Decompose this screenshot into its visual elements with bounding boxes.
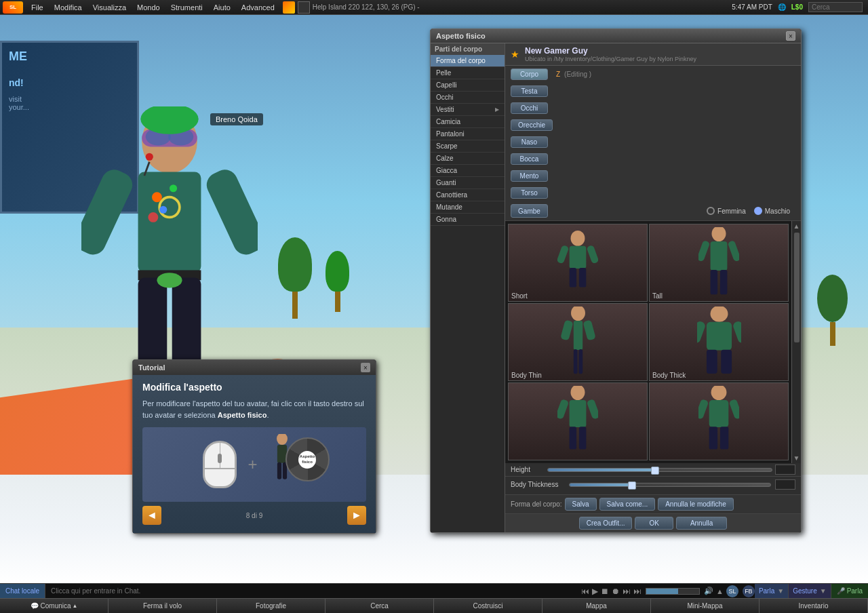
menu-advanced[interactable]: Advanced <box>236 2 280 13</box>
parla-btn-label[interactable]: Parla <box>847 587 863 595</box>
svg-point-15 <box>159 206 167 214</box>
music-play-icon[interactable]: ▶ <box>592 587 598 596</box>
cat-pelle[interactable]: Pelle <box>431 67 505 79</box>
music-controls: ⏮ ▶ ⏹ ⏺ ⏭ ⏭ <box>581 587 642 596</box>
svg-rect-57 <box>729 399 739 420</box>
tutorial-prev-button[interactable]: ◄ <box>142 506 161 525</box>
scroll-down-arrow[interactable]: ▼ <box>792 453 802 463</box>
comunica-arrow[interactable]: ▲ <box>73 603 78 609</box>
music-end-icon[interactable]: ⏭ <box>633 587 642 596</box>
annulla-button[interactable]: Annulla <box>676 517 727 530</box>
nav-inventario[interactable]: Inventario <box>760 598 868 613</box>
radio-maschio[interactable]: Maschio <box>754 207 790 215</box>
cat-pantaloni[interactable]: Pantaloni <box>431 128 505 140</box>
volume-icon[interactable]: 🔊 <box>704 587 713 595</box>
cat-camicia[interactable]: Camicia <box>431 116 505 128</box>
parla-dropdown[interactable]: ▼ <box>777 587 784 595</box>
btn-torso[interactable]: Torso <box>511 187 548 199</box>
chat-input[interactable] <box>45 587 581 595</box>
tutorial-next-button[interactable]: ► <box>347 506 366 525</box>
tutorial-avatar: Aspetto fisico <box>269 434 306 495</box>
costruisci-label: Costruisci <box>473 602 503 610</box>
panel-close-button[interactable]: × <box>786 31 795 41</box>
menu-strumenti[interactable]: Strumenti <box>165 2 208 13</box>
menu-visualizza[interactable]: Visualizza <box>87 2 132 13</box>
svg-rect-7 <box>81 165 136 258</box>
btn-testa[interactable]: Testa <box>511 85 548 97</box>
btn-mento[interactable]: Mento <box>511 170 548 182</box>
annulla-modifiche-button[interactable]: Annulla le modifiche <box>658 498 734 511</box>
avatar-info-bar: ★ New Gamer Guy Ubicato in /My Inventory… <box>505 43 801 66</box>
cat-scarpe[interactable]: Scarpe <box>431 140 505 153</box>
parla-btn[interactable]: 🎤 <box>837 587 845 595</box>
nav-ferma-volo[interactable]: Ferma il volo <box>108 598 217 613</box>
social-icon-1[interactable]: SL <box>726 585 738 597</box>
nav-fotografie[interactable]: Fotografie <box>217 598 326 613</box>
btn-naso[interactable]: Naso <box>511 136 548 148</box>
height-value[interactable]: 48 <box>775 464 795 475</box>
tree-2 <box>326 251 349 312</box>
salva-button[interactable]: Salva <box>565 498 597 511</box>
scroll-thumb[interactable] <box>794 233 800 342</box>
preview-scrollbar[interactable]: ▲ ▼ <box>791 221 801 463</box>
cerca-label: Cerca <box>370 602 389 610</box>
svg-rect-40 <box>706 322 731 351</box>
height-row: Height 48 <box>505 463 801 476</box>
crea-outfit-button[interactable]: Crea Outfit... <box>579 517 633 530</box>
mini-mappa-label: Mini-Mappa <box>687 602 722 610</box>
cat-calze[interactable]: Calze <box>431 153 505 165</box>
menu-mondo[interactable]: Mondo <box>132 2 165 13</box>
preview-body-thin: Body Thin <box>508 303 648 381</box>
btn-occhi[interactable]: Occhi <box>511 102 548 114</box>
svg-rect-53 <box>709 400 729 427</box>
body-thin-label: Body Thin <box>511 372 542 379</box>
social-icon-2[interactable]: FB <box>743 585 755 597</box>
music-stop-icon[interactable]: ⏹ <box>601 587 609 596</box>
tutorial-heading: Modifica l'aspetto <box>142 382 366 393</box>
fotografie-label: Fotografie <box>256 602 286 610</box>
music-prev-icon[interactable]: ⏮ <box>581 587 589 596</box>
femmina-circle <box>707 207 715 215</box>
social-icons: SL FB <box>726 585 755 597</box>
cat-guanti[interactable]: Guanti <box>431 177 505 189</box>
body-buttons-row7: Mento <box>505 167 801 184</box>
cat-mutande[interactable]: Mutande <box>431 201 505 214</box>
cat-canottiera[interactable]: Canottiera <box>431 189 505 201</box>
search-input[interactable] <box>808 2 863 12</box>
btn-gambe[interactable]: Gambe <box>511 204 548 218</box>
location-text: Help Island 220 122, 130, 26 (PG) - <box>313 3 420 11</box>
menu-aiuto[interactable]: Aiuto <box>208 2 236 13</box>
salva-come-button[interactable]: Salva come... <box>599 498 656 511</box>
cat-occhi[interactable]: Occhi <box>431 92 505 104</box>
nav-comunica[interactable]: 💬 Comunica ▲ <box>0 598 108 613</box>
btn-orecchie[interactable]: Orecchie <box>511 119 553 131</box>
svg-point-25 <box>712 227 726 241</box>
cat-giacca[interactable]: Giacca <box>431 165 505 177</box>
cat-forma-del-corpo[interactable]: Forma del corpo <box>431 55 505 67</box>
ok-button[interactable]: OK <box>635 517 673 530</box>
thickness-value[interactable]: 31 <box>775 479 795 490</box>
gesture-dropdown[interactable]: ▼ <box>820 587 827 595</box>
tutorial-close-button[interactable]: × <box>361 363 370 372</box>
nav-costruisci[interactable]: Costruisci <box>434 598 542 613</box>
radio-femmina[interactable]: Femmina <box>707 207 746 215</box>
cat-vestiti[interactable]: Vestiti ▶ <box>431 104 505 116</box>
vol-up-icon[interactable]: ▲ <box>716 587 724 595</box>
nav-cerca[interactable]: Cerca <box>326 598 434 613</box>
nav-mappa[interactable]: Mappa <box>542 598 651 613</box>
volume-fill <box>646 589 678 594</box>
thickness-slider[interactable] <box>569 483 771 487</box>
music-record-icon[interactable]: ⏺ <box>612 587 620 596</box>
music-next-icon[interactable]: ⏭ <box>623 587 631 596</box>
svg-rect-49 <box>579 427 587 449</box>
cat-capelli[interactable]: Capelli <box>431 79 505 92</box>
btn-corpo[interactable]: Corpo <box>511 68 548 80</box>
btn-bocca[interactable]: Bocca <box>511 153 548 165</box>
scroll-up-arrow[interactable]: ▲ <box>792 221 802 231</box>
cat-gonna[interactable]: Gonna <box>431 214 505 226</box>
volume-slider[interactable] <box>646 588 700 595</box>
nav-mini-mappa[interactable]: Mini-Mappa <box>651 598 760 613</box>
menu-modifica[interactable]: Modifica <box>49 2 87 13</box>
height-slider[interactable] <box>547 468 772 472</box>
menu-file[interactable]: File <box>26 2 49 13</box>
